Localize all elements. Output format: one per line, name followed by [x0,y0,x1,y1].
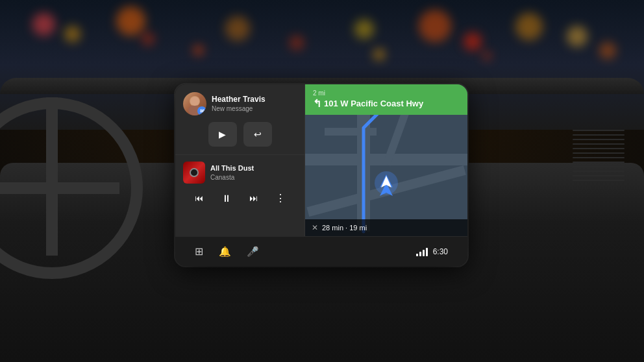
play-button[interactable]: ▶ [208,122,237,147]
signal-bar-4 [426,248,428,256]
mic-button[interactable]: 🎤 [247,246,259,258]
notification-text: Heather Travis New message [212,95,297,114]
eta-bar: ✕ 28 min · 19 mi [305,219,467,236]
android-auto-screen: ✉ Heather Travis New message ▶ [175,84,467,266]
notification-button[interactable]: 🔔 [219,246,231,258]
bottom-right-status: 6:30 [416,247,448,256]
map-panel: 2 mi ↰ 101 W Pacific Coast Hwy ✕ 28 min … [305,84,467,236]
eta-info: 28 min · 19 mi [322,224,367,232]
message-badge: ✉ [197,106,206,115]
bottom-bar: ⊞ 🔔 🎤 6:30 [175,236,467,266]
screen-body: ✉ Heather Travis New message ▶ [175,84,467,236]
eta-time: 28 min [322,224,343,232]
play-icon: ▶ [219,129,226,139]
notification-actions: ▶ ↩ [183,122,297,147]
signal-bar-3 [423,250,425,256]
music-card: All This Dust Canasta ⏮ ⏸ ⏭ [175,155,304,236]
eta-distance: 19 mi [349,224,367,232]
reply-icon: ↩ [254,129,262,139]
album-art [183,162,205,184]
more-icon: ⋮ [275,192,286,204]
reply-button[interactable]: ↩ [243,122,272,147]
apps-button[interactable]: ⊞ [195,245,203,258]
signal-bars [416,247,428,256]
music-info: All This Dust Canasta [210,163,297,181]
more-options-button[interactable]: ⋮ [272,189,290,207]
pause-icon: ⏸ [221,193,231,204]
notification-header: ✉ Heather Travis New message [183,92,297,115]
signal-bar-2 [419,252,421,256]
svg-rect-8 [325,128,377,136]
sender-name: Heather Travis [212,95,297,105]
next-track-button[interactable]: ⏭ [245,189,263,207]
music-artist: Canasta [210,173,297,182]
svg-point-2 [190,97,199,106]
turn-arrow-icon: ↰ [313,97,321,110]
notification-card[interactable]: ✉ Heather Travis New message ▶ [175,84,304,155]
music-header: All This Dust Canasta [183,162,297,184]
pause-button[interactable]: ⏸ [217,189,236,207]
music-controls: ⏮ ⏸ ⏭ ⋮ [183,189,297,207]
clock: 6:30 [433,247,448,256]
avatar: ✉ [183,92,206,115]
nav-street: 101 W Pacific Coast Hwy [324,99,423,109]
dashboard-background: ✉ Heather Travis New message ▶ [0,0,644,362]
signal-bar-1 [416,254,418,256]
music-title: All This Dust [210,163,297,173]
left-panel: ✉ Heather Travis New message ▶ [175,84,305,236]
prev-track-button[interactable]: ⏮ [190,189,208,207]
album-art-inner [190,168,199,177]
prev-icon: ⏮ [195,193,203,203]
nav-header: 2 mi ↰ 101 W Pacific Coast Hwy [305,84,467,115]
message-type: New message [212,104,297,113]
nav-distance: 2 mi [313,90,325,97]
close-icon[interactable]: ✕ [312,223,318,232]
speaker-grille-right [573,130,625,208]
bottom-left-controls: ⊞ 🔔 🎤 [195,245,259,258]
next-icon: ⏭ [249,193,258,203]
